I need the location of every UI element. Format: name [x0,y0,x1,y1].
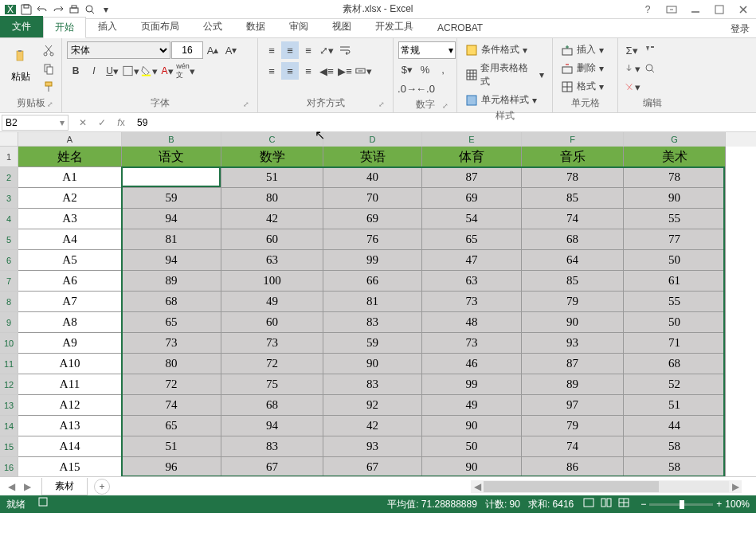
cell[interactable]: 73 [221,333,323,354]
tab-insert[interactable]: 插入 [86,16,129,37]
copy-icon[interactable] [40,60,57,77]
cell[interactable]: 英语 [323,147,422,167]
cell[interactable]: 97 [522,395,624,416]
decrease-decimal-icon[interactable]: ←.0 [417,80,434,97]
align-left-icon[interactable]: ≡ [263,62,280,80]
cell[interactable]: 63 [422,271,522,292]
cell[interactable]: 68 [522,229,624,250]
cell[interactable]: 61 [624,271,726,292]
cell[interactable]: 48 [422,312,522,333]
cell[interactable]: 66 [323,271,422,292]
cell[interactable]: A13 [18,416,122,436]
cell[interactable]: 52 [624,374,726,395]
select-all-button[interactable] [0,132,18,147]
paste-button[interactable]: 粘贴 [5,41,37,85]
cell[interactable]: 85 [522,188,624,209]
increase-indent-icon[interactable]: ▶≡ [336,62,354,80]
cell[interactable]: 86 [522,457,624,476]
row-header[interactable]: 11 [0,354,18,374]
cell[interactable]: 74 [122,395,221,416]
row-header[interactable]: 3 [0,188,18,209]
cell-styles-button[interactable]: 单元格样式▾ [462,92,547,108]
cell[interactable]: A8 [18,312,122,333]
tab-file[interactable]: 文件 [0,16,43,37]
cell[interactable]: 55 [624,209,726,229]
format-painter-icon[interactable] [40,78,57,96]
align-middle-icon[interactable]: ≡ [281,41,299,59]
cell[interactable]: 65 [122,312,221,333]
redo-icon[interactable] [51,2,65,17]
cell[interactable]: 92 [323,395,422,416]
cell[interactable]: 90 [522,312,624,333]
border-icon[interactable]: ▾ [122,62,139,80]
print-icon[interactable] [67,2,81,17]
autosum-icon[interactable]: Σ▾ [623,41,640,59]
row-header[interactable]: 12 [0,374,18,395]
cell[interactable]: 51 [122,436,221,457]
font-size-input[interactable] [171,41,203,59]
tab-data[interactable]: 数据 [234,16,277,37]
cell[interactable]: A5 [18,250,122,271]
align-right-icon[interactable]: ≡ [300,62,317,80]
zoom-control[interactable]: − + 100% [640,499,750,510]
cell[interactable]: 70 [323,188,422,209]
cell[interactable]: 68 [624,354,726,374]
tab-acrobat[interactable]: ACROBAT [425,18,495,37]
cell[interactable]: 81 [323,292,422,312]
cell[interactable]: 49 [422,395,522,416]
cell[interactable]: 美术 [624,147,726,167]
enter-icon[interactable]: ✓ [92,115,112,131]
formula-input[interactable] [134,115,756,131]
font-name-select[interactable]: 宋体 [67,41,170,59]
cell[interactable]: 64 [522,250,624,271]
cell[interactable]: 65 [122,416,221,436]
tab-home[interactable]: 开始 [43,17,86,38]
fill-icon[interactable]: ▾ [623,60,640,77]
row-header[interactable]: 8 [0,292,18,312]
add-sheet-button[interactable]: + [94,479,110,495]
cell[interactable]: 数学 [221,147,323,167]
macro-record-icon[interactable] [38,497,51,512]
align-bottom-icon[interactable]: ≡ [300,41,317,59]
cell[interactable]: 74 [522,436,624,457]
sheet-tab[interactable]: 素材 [41,478,88,495]
cell[interactable]: 79 [522,416,624,436]
cell[interactable]: 90 [323,354,422,374]
row-header[interactable]: 6 [0,250,18,271]
clear-icon[interactable]: ▾ [623,78,640,96]
cell[interactable]: 83 [221,436,323,457]
cell[interactable]: 60 [221,312,323,333]
cell[interactable]: 85 [522,271,624,292]
cell[interactable]: 60 [221,229,323,250]
cell[interactable]: 76 [323,229,422,250]
zoom-slider[interactable] [649,503,713,506]
cell[interactable]: 89 [122,271,221,292]
cell[interactable]: A10 [18,354,122,374]
cell[interactable]: 94 [122,250,221,271]
cell[interactable]: 68 [221,395,323,416]
percent-icon[interactable]: % [417,61,434,78]
cell[interactable]: A1 [18,167,122,188]
orientation-icon[interactable]: ⤢▾ [318,41,335,59]
cell[interactable]: 75 [221,374,323,395]
cell[interactable]: 65 [422,229,522,250]
tab-pagelayout[interactable]: 页面布局 [129,16,191,37]
cell[interactable]: 81 [122,229,221,250]
insert-cells-button[interactable]: 插入▾ [558,41,607,58]
cell[interactable]: A14 [18,436,122,457]
view-pagebreak-icon[interactable] [617,498,633,511]
cell[interactable]: A12 [18,395,122,416]
cancel-icon[interactable]: ✕ [73,115,92,131]
currency-icon[interactable]: $▾ [398,61,416,78]
qat-dropdown-icon[interactable]: ▾ [99,2,113,17]
row-header[interactable]: 15 [0,436,18,457]
name-box[interactable]: B2▾ [2,115,69,131]
cell[interactable]: 51 [624,395,726,416]
minimize-icon[interactable] [684,2,707,18]
ribbon-options-icon[interactable] [660,2,683,18]
number-format-select[interactable]: 常规▾ [398,41,456,59]
cell[interactable]: 78 [522,167,624,188]
font-launcher-icon[interactable]: ⤢ [241,100,251,110]
cell[interactable]: 78 [624,167,726,188]
cell[interactable]: 69 [323,209,422,229]
